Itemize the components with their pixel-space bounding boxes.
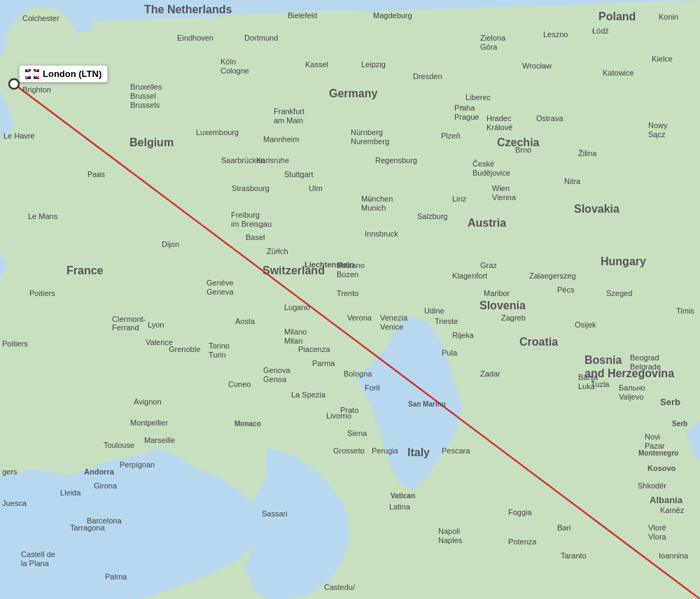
london-label: London (LTN) (43, 69, 102, 79)
zurich-dot (277, 249, 280, 252)
uk-flag (25, 69, 39, 79)
munich-dot (368, 199, 370, 202)
svg-point-1 (4, 7, 80, 105)
paris-dot (97, 174, 100, 177)
map-container: The Netherlands Poland Germany Belgium C… (0, 0, 700, 599)
vienna-dot (500, 188, 503, 190)
prague-dot (460, 106, 463, 108)
london-airport-label: London (LTN) (19, 65, 108, 83)
svg-point-7 (9, 79, 19, 89)
